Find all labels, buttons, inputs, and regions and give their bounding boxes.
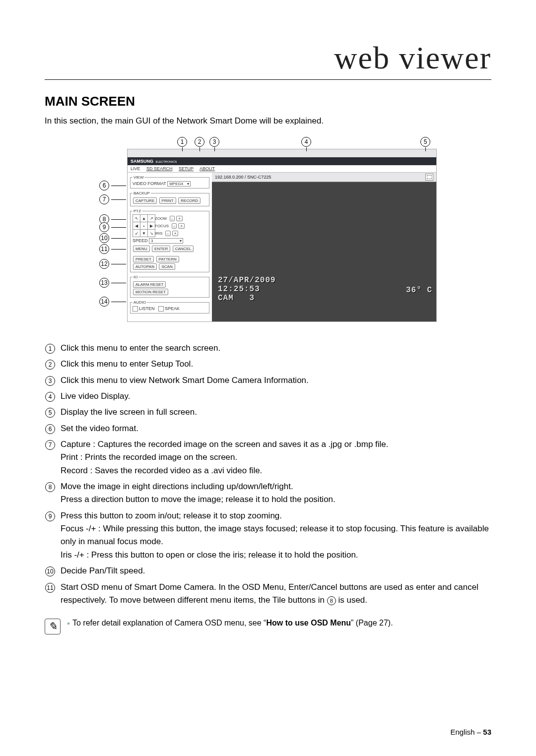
zoom-minus[interactable]: - [170,216,175,221]
top-rule [45,79,491,80]
logo-row: SAMSUNG ELECTRONICS [128,157,436,165]
io-legend: IO [133,275,138,279]
ptz-up[interactable]: ▲ [140,214,148,222]
callout-9: 9 [99,222,126,232]
num-9: 9 [45,511,55,521]
callout-1: 1 [177,137,187,151]
menu-sd-search[interactable]: SD SEARCH [146,166,173,171]
menu-live[interactable]: LIVE [131,166,140,171]
alarm-reset-button[interactable]: ALARM RESET [133,281,166,288]
cancel-button[interactable]: CANCEL [173,246,194,252]
callout-6: 6 [99,181,126,190]
section-heading: MAIN SCREEN [45,94,491,109]
num-6: 6 [45,424,55,434]
live-video-area: 192.168.0.200 / SNC-C7225 27/APR/2009 12… [212,173,436,321]
inline-ref-8: 8 [327,596,336,605]
ptz-right[interactable]: ▶ [147,222,155,230]
num-7: 7 [45,440,55,450]
iris-label: IRIS [155,231,164,236]
audio-legend: AUDIO [133,300,147,305]
num-10: 10 [45,567,55,576]
iris-minus[interactable]: - [165,231,171,236]
desc-10: Decide Pan/Tilt speed. [61,565,491,577]
num-4: 4 [45,392,55,402]
fullscreen-icon[interactable] [425,174,433,181]
ptz-left[interactable]: ◀ [133,222,140,230]
left-panel: VIEW VIDEO FORMAT MPEG4 BACKUP CAPTURE P… [128,173,212,321]
callout-11: 11 [99,244,126,254]
num-5: 5 [45,408,55,418]
num-8: 8 [45,482,55,492]
focus-plus[interactable]: + [178,223,185,229]
callout-4: 4 [301,137,311,151]
speak-checkbox[interactable] [158,306,164,312]
menu-setup[interactable]: SETUP [179,166,194,171]
capture-button[interactable]: CAPTURE [133,197,157,204]
enter-button[interactable]: ENTER [152,246,170,252]
autopan-button[interactable]: AUTOPAN [133,263,157,270]
header-title: web viewer [45,40,491,76]
view-legend: VIEW [133,175,144,180]
desc-3: Click this menu to view Network Smart Do… [61,374,491,387]
callout-5: 5 [420,137,430,151]
ptz-down-left[interactable]: ↙ [133,229,140,237]
scan-button[interactable]: SCAN [159,263,175,270]
ptz-down[interactable]: ▼ [140,229,148,237]
callout-10: 10 [99,233,126,243]
num-11: 11 [45,583,55,593]
callout-12: 12 [99,259,126,269]
ptz-center[interactable]: • [140,222,148,230]
desc-7: Capture : Captures the recorded image on… [61,438,491,477]
video-format-label: VIDEO FORMAT [133,181,166,186]
note-row: ✎ To refer detail explanation of Camera … [45,619,491,634]
focus-minus[interactable]: - [172,223,177,229]
backup-panel: BACKUP CAPTURE PRINT RECORD [130,191,209,206]
desc-9: Press this button to zoom in/out; releas… [61,509,491,562]
view-panel: VIEW VIDEO FORMAT MPEG4 [130,175,209,189]
speed-select[interactable]: 3 [149,238,183,244]
print-button[interactable]: PRINT [159,197,176,204]
speak-label: SPEAK [165,306,180,311]
preset-button[interactable]: PRESET [133,256,154,262]
figure: 12345 67891011121314 SAMSUNG ELECTRONICS… [99,137,437,322]
callout-3: 3 [209,137,219,151]
callout-13: 13 [99,278,126,288]
io-panel: IO ALARM RESET MOTION RESET [130,275,209,298]
left-callouts: 67891011121314 [99,149,127,322]
zoom-label: ZOOM [155,216,168,221]
audio-panel: AUDIO LISTEN SPEAK [130,300,209,314]
brand-sub: ELECTRONICS [156,160,177,163]
video-format-select[interactable]: MPEG4 [167,181,191,187]
overlay-temperature: 36° C [406,286,432,295]
ptz-up-left[interactable]: ↖ [133,214,140,222]
speed-label: SPEED [133,238,148,243]
menu-about[interactable]: ABOUT [200,166,215,171]
listen-checkbox[interactable] [133,306,138,312]
ptz-down-right[interactable]: ↘ [147,229,155,237]
ptz-legend: PTZ [133,209,142,213]
desc-2: Click this menu to enter Setup Tool. [61,358,491,371]
ptz-panel: PTZ ↖ ▲ ↗ ZOOM -+ ◀ • [130,209,209,272]
desc-5: Display the live screen in full screen. [61,406,491,419]
desc-1: Click this menu to enter the search scre… [61,342,491,355]
record-button[interactable]: RECORD [178,197,201,204]
iris-plus[interactable]: + [172,231,179,236]
zoom-plus[interactable]: + [176,216,183,221]
callout-2: 2 [195,137,204,151]
callout-7: 7 [99,194,126,204]
desc-4: Live video Display. [61,390,491,403]
desc-6: Set the video format. [61,422,491,435]
focus-label: FOCUS [155,224,170,228]
camera-info: 192.168.0.200 / SNC-C7225 [215,175,271,180]
top-menu: LIVE SD SEARCH SETUP ABOUT [128,165,436,173]
callout-14: 14 [99,297,126,307]
note-icon: ✎ [45,619,61,634]
overlay-timestamp: 27/APR/2009 12:25:53 CAM 3 [218,276,276,303]
listen-label: LISTEN [139,306,155,311]
pattern-button[interactable]: PATTERN [156,256,179,262]
page-footer: English – 53 [450,728,491,736]
num-1: 1 [45,344,55,354]
ptz-up-right[interactable]: ↗ [147,214,155,222]
motion-reset-button[interactable]: MOTION RESET [133,289,168,295]
menu-button[interactable]: MENU [133,246,150,252]
